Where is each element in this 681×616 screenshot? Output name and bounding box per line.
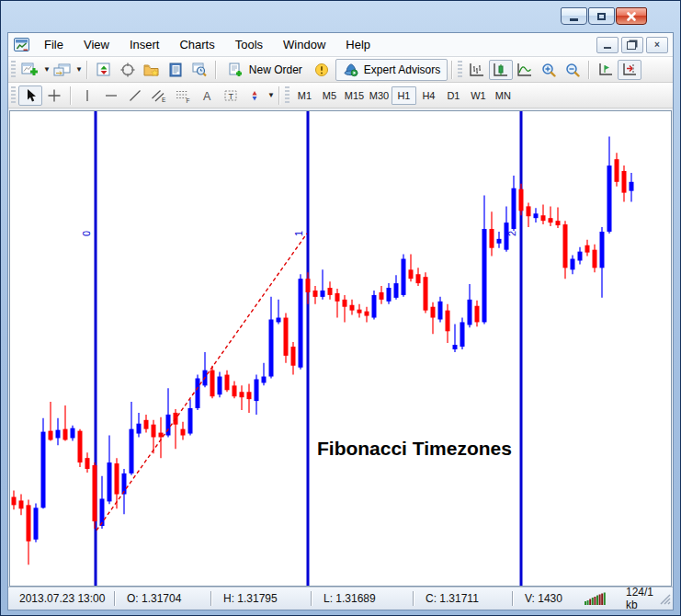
timeframe-m30[interactable]: M30: [367, 86, 392, 105]
window-close-button[interactable]: [616, 7, 647, 25]
equidistant-channel-tool-button[interactable]: E: [147, 86, 171, 106]
client-area: FileViewInsertChartsToolsWindowHelp × ▼ …: [7, 32, 674, 610]
candle-33: [255, 375, 259, 415]
line-chart-button[interactable]: [513, 60, 537, 80]
menu-charts[interactable]: Charts: [169, 34, 224, 56]
history-center-button[interactable]: [140, 60, 164, 80]
history-center-icon: [143, 63, 160, 77]
chart-profiles-icon: [53, 63, 72, 77]
alert-button[interactable]: [310, 60, 334, 80]
timeframe-h1[interactable]: H1: [392, 86, 416, 105]
window-maximize-button[interactable]: [588, 7, 615, 25]
candle-74: [556, 207, 561, 228]
menu-tools[interactable]: Tools: [225, 34, 273, 56]
toolbar-separator: [86, 61, 88, 79]
candle-79: [593, 245, 597, 273]
candle-47: [358, 304, 362, 318]
auto-scroll-button[interactable]: [594, 60, 618, 80]
candle-18: [144, 415, 149, 433]
new-order-button[interactable]: New Order: [221, 59, 310, 81]
text-tool-button[interactable]: A: [195, 86, 219, 106]
profiles-button[interactable]: [51, 60, 74, 80]
svg-text:T: T: [229, 91, 234, 100]
candle-83: [622, 165, 627, 201]
timeframe-mn[interactable]: MN: [491, 86, 516, 105]
menu-view[interactable]: View: [74, 34, 119, 56]
new-chart-button[interactable]: [18, 60, 42, 80]
strategy-tester-button[interactable]: [187, 60, 211, 80]
vertical-line-tool-button[interactable]: [75, 86, 99, 106]
candlestick-chart[interactable]: 012Fibonacci Timezones: [10, 111, 671, 586]
fib-timezone-label-1: 1: [293, 231, 304, 236]
toolbar-grip[interactable]: [285, 86, 289, 105]
title-bar[interactable]: [1, 1, 680, 32]
expert-advisors-button[interactable]: Expert Advisors: [335, 59, 448, 81]
fib-trendline[interactable]: [96, 234, 307, 530]
bar-chart-button[interactable]: [465, 60, 489, 80]
text-label-tool-button[interactable]: T: [219, 86, 243, 106]
market-watch-button[interactable]: [92, 60, 116, 80]
close-icon: [626, 11, 637, 22]
arrows-tool-button[interactable]: [243, 86, 267, 106]
auto-scroll-icon: [597, 63, 614, 77]
candlestick-chart-button[interactable]: [489, 60, 513, 80]
chart-restore-button[interactable]: [621, 37, 643, 53]
timeframe-m1[interactable]: M1: [292, 86, 317, 105]
candle-82: [615, 153, 619, 186]
zoom-in-button[interactable]: [537, 60, 561, 80]
chart-close-button[interactable]: ×: [646, 37, 668, 53]
timeframe-m15[interactable]: M15: [342, 86, 367, 105]
candle-10: [85, 452, 90, 473]
toolbar-separator: [451, 61, 453, 79]
chart-shift-button[interactable]: [618, 60, 641, 80]
bar-chart-icon: [469, 63, 485, 77]
profiles-dropdown-caret[interactable]: ▼: [75, 65, 83, 74]
new-chart-icon: [21, 63, 40, 77]
candle-6: [56, 418, 61, 446]
toolbar-separator: [588, 61, 590, 79]
terminal-button[interactable]: [164, 60, 187, 80]
menu-window[interactable]: Window: [273, 34, 335, 56]
toolbar-grip[interactable]: [458, 61, 462, 79]
candle-0: [12, 491, 17, 510]
candle-8: [71, 426, 75, 441]
resize-grip[interactable]: [658, 592, 671, 605]
timeframe-w1[interactable]: W1: [466, 86, 491, 105]
candle-14: [115, 458, 119, 508]
crosshair-tool-button[interactable]: [42, 86, 66, 106]
zoom-out-button[interactable]: [561, 60, 585, 80]
text-icon: A: [199, 88, 214, 103]
fibonacci-tool-button[interactable]: F: [171, 86, 195, 106]
trendline-tool-button[interactable]: [123, 86, 147, 106]
status-field-0: 2013.07.23 13:00: [8, 592, 114, 605]
trendline-icon: [128, 88, 142, 103]
timeframe-h4[interactable]: H4: [416, 86, 441, 105]
toolbar-separator: [215, 61, 217, 79]
new-order-label: New Order: [249, 63, 302, 76]
navigator-button[interactable]: [116, 60, 140, 80]
menu-help[interactable]: Help: [335, 34, 380, 56]
chart-area[interactable]: 012Fibonacci Timezones: [9, 110, 672, 587]
candle-65: [490, 211, 494, 256]
chart-minimize-button[interactable]: [596, 37, 619, 53]
candle-4: [41, 418, 46, 508]
toolbar-grip[interactable]: [11, 61, 16, 79]
menu-insert[interactable]: Insert: [119, 34, 170, 56]
candle-57: [431, 302, 436, 334]
arrows-dropdown-caret[interactable]: ▼: [267, 91, 275, 99]
vertical-line-icon: [80, 88, 95, 103]
toolbar-grip[interactable]: [11, 86, 16, 105]
timeframe-m5[interactable]: M5: [317, 86, 342, 105]
menu-file[interactable]: File: [34, 34, 74, 56]
timeframe-d1[interactable]: D1: [441, 86, 466, 105]
candle-30: [233, 381, 237, 398]
toolbar-line-studies: E F A T ▼ M1M5M15M30H1H4D1W1MN: [8, 83, 673, 108]
new-chart-dropdown-caret[interactable]: ▼: [43, 65, 51, 74]
window-minimize-button[interactable]: [561, 7, 587, 25]
svg-text:E: E: [162, 97, 166, 103]
cursor-tool-button[interactable]: [18, 86, 42, 106]
candle-70: [527, 202, 531, 227]
horizontal-line-tool-button[interactable]: [99, 86, 123, 106]
candle-48: [365, 307, 369, 323]
mdi-window-controls: ×: [596, 37, 673, 53]
